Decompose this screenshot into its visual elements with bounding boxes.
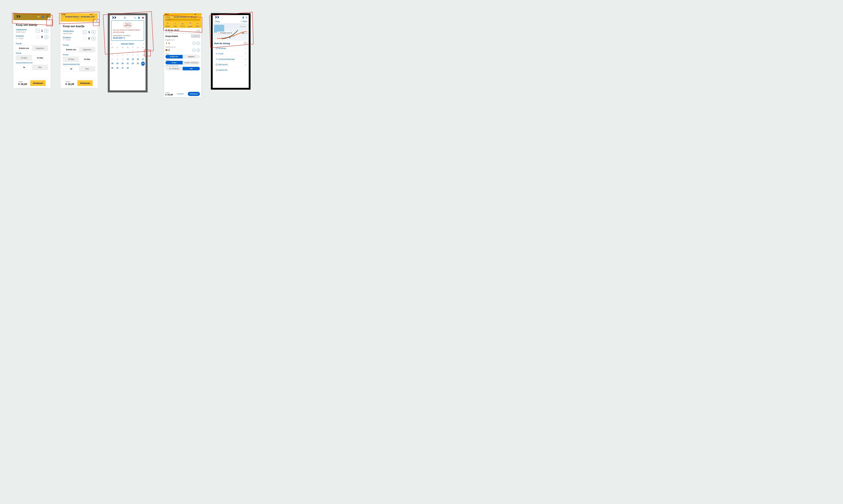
cal-day[interactable]: 22 bbox=[130, 61, 135, 66]
seg-2e-klas[interactable]: 2e klas bbox=[16, 55, 32, 60]
seg-dal-nee[interactable]: Nee bbox=[79, 66, 95, 71]
close-button[interactable]: ✕ bbox=[47, 18, 51, 22]
cal-month[interactable]: februari 2019 bbox=[121, 43, 134, 45]
cal-day[interactable]: 23 bbox=[136, 61, 141, 66]
seg-dagretour[interactable]: Dagretour bbox=[32, 46, 48, 51]
share-item-kopieer-link[interactable]: 📋Kopieer link bbox=[214, 68, 247, 72]
share-button[interactable]: ⇪ Delen bbox=[241, 21, 247, 23]
afrekenen-button[interactable]: Afrekenen bbox=[30, 80, 46, 86]
kids-plus-button[interactable]: + bbox=[92, 37, 95, 40]
cancel-link-2[interactable]: Annuleren bbox=[177, 93, 184, 95]
action-agenda[interactable]: 📅Agenda bbox=[186, 21, 194, 28]
edit-icon[interactable]: ✎ bbox=[123, 37, 125, 39]
cal-day[interactable]: 24 bbox=[141, 61, 145, 66]
adults-plus-button[interactable]: + bbox=[44, 29, 48, 33]
seg-dal-nee[interactable]: Nee bbox=[32, 65, 48, 70]
kaartje-segment[interactable]: Enkele reis Dagretour bbox=[63, 47, 95, 52]
cal-day[interactable]: 28 bbox=[125, 66, 130, 70]
header-route: ‹ Terug Utrecht Centraal naar Nijmegen bbox=[164, 15, 201, 18]
seg-dagretour[interactable]: Dagretour bbox=[183, 55, 200, 58]
trip-slice[interactable]: ⏱ 09:24 - 10:17 Di 4 februari ⇄ 0x ⏲ 0:5… bbox=[164, 28, 201, 34]
cancel-link[interactable]: Annuleren bbox=[191, 35, 200, 37]
seg-1e-klas[interactable]: 1e klas + € 9,45 p.p. bbox=[183, 61, 200, 65]
seg-2e-klas[interactable]: 2e klas bbox=[165, 61, 183, 65]
seg-enkele-reis[interactable]: Enkele reis bbox=[63, 47, 79, 52]
menu-icon[interactable]: ☰ bbox=[46, 15, 49, 18]
seg-dal-ja[interactable]: Ja bbox=[63, 66, 79, 71]
adults-minus-button[interactable]: − bbox=[36, 29, 39, 33]
kies-photo-badge[interactable]: Kies of maak foto bbox=[123, 22, 132, 28]
action-ns lab[interactable]: ⇄NS Lab bbox=[179, 21, 186, 28]
cal-day[interactable]: 20 bbox=[120, 61, 125, 66]
profile-icon[interactable]: 👤 bbox=[242, 16, 244, 18]
dal-label: Samenreisticket Dal bbox=[63, 63, 95, 65]
share-item-facebook-messenger[interactable]: 🗨Facebook Messenger› bbox=[214, 57, 247, 61]
cal-day[interactable]: 14 bbox=[125, 57, 130, 61]
dal-segment[interactable]: Ja Nee bbox=[63, 66, 95, 71]
seg-dagretour[interactable]: Dagretour bbox=[79, 47, 95, 52]
cal-next-button[interactable]: › bbox=[143, 42, 144, 45]
kids-plus-button[interactable]: + bbox=[44, 35, 48, 39]
action-opslaan[interactable]: ⏱Opslaan bbox=[164, 21, 172, 28]
adults-minus-button[interactable]: − bbox=[83, 30, 87, 34]
dal-segment[interactable]: Ja - € 6,00 p.p. Nee bbox=[165, 67, 200, 70]
cal-day[interactable]: 21 bbox=[125, 61, 130, 66]
cal-day[interactable]: 27 bbox=[120, 66, 125, 70]
profile-icon[interactable]: 👤 bbox=[138, 17, 140, 19]
map-label-hilversum: Hilversum bbox=[240, 26, 246, 27]
seg-1e-klas[interactable]: 1e klas bbox=[79, 57, 95, 62]
afrekenen-button[interactable]: Afrekenen bbox=[188, 92, 200, 96]
adults-plus-button[interactable]: + bbox=[92, 30, 95, 34]
cal-day[interactable]: 26 bbox=[115, 66, 120, 70]
chevron-right-icon: › bbox=[245, 47, 246, 49]
flag-uk-icon[interactable]: 🇬🇧 bbox=[142, 17, 144, 19]
kids-stepper: − 0 + bbox=[36, 35, 48, 39]
cal-day[interactable]: 25 bbox=[110, 66, 115, 70]
kinderen-minus-button[interactable]: − bbox=[192, 49, 196, 52]
map[interactable]: Hilversum Amersfoort C Bilthoven ▲ Vertr… bbox=[213, 23, 249, 41]
back-button[interactable]: ‹ Terug bbox=[165, 16, 170, 18]
klasse-segment[interactable]: 2e klas 1e klas + € 9,45 p.p. bbox=[165, 61, 200, 65]
share-item-e-mail[interactable]: ✉︎E-mail› bbox=[214, 52, 247, 56]
cal-prev-button[interactable]: ‹ bbox=[111, 42, 112, 45]
bell-icon[interactable]: 🔔3 bbox=[37, 15, 40, 18]
share-item-sms-bericht[interactable]: 💬SMS bericht› bbox=[214, 62, 247, 67]
search-icon[interactable]: 🔍 bbox=[134, 17, 136, 19]
seg-dal-nee[interactable]: Nee bbox=[183, 67, 200, 70]
cal-day[interactable]: 16 bbox=[136, 57, 141, 61]
regulier-minus-button[interactable]: − bbox=[192, 42, 196, 45]
seg-enkele-reis[interactable]: Enkele reis bbox=[16, 46, 32, 51]
dal-segment[interactable]: Ja Nee bbox=[16, 65, 48, 70]
kinderen-plus-button[interactable]: + bbox=[197, 49, 200, 52]
share-item-whatsapp[interactable]: 💬Whatsapp› bbox=[214, 46, 247, 51]
back-icon[interactable]: ‹ bbox=[62, 16, 63, 18]
klasse-segment[interactable]: 2e klas 1e klas bbox=[16, 55, 48, 60]
action-minder[interactable]: ≡Minder bbox=[194, 21, 201, 28]
seg-dal-ja[interactable]: Ja - € 6,00 p.p. bbox=[165, 67, 183, 70]
close-button[interactable]: ✕ bbox=[244, 42, 247, 45]
regulier-plus-button[interactable]: + bbox=[197, 42, 200, 45]
back-button[interactable]: ‹ Terug bbox=[214, 21, 219, 23]
seg-dal-ja[interactable]: Ja bbox=[16, 65, 32, 70]
cal-day: 3 bbox=[141, 49, 145, 53]
klasse-segment[interactable]: 2e klas 1e klas bbox=[63, 57, 95, 62]
cal-day: 4 bbox=[110, 53, 115, 57]
menu-icon[interactable]: ☰ bbox=[246, 16, 247, 18]
ticket-segment[interactable]: Enkele reis Dagretour bbox=[165, 55, 200, 58]
afrekenen-button[interactable]: Afrekenen bbox=[77, 80, 93, 86]
ingang-date[interactable]: 24-02-2019 ✎ bbox=[113, 37, 142, 39]
cal-day[interactable]: 19 bbox=[115, 61, 120, 66]
cal-day[interactable]: 18 bbox=[110, 61, 115, 66]
seg-2e-klas[interactable]: 2e klas bbox=[63, 57, 79, 62]
search-field[interactable]: 🔍 Zoek bbox=[165, 19, 200, 21]
cal-day[interactable]: 17 bbox=[141, 57, 145, 61]
share-item-icon: 📋 bbox=[216, 69, 217, 71]
cal-day[interactable]: 15 bbox=[130, 57, 135, 61]
profile-icon[interactable]: 👤 bbox=[41, 15, 44, 18]
action-delen[interactable]: ⇪Delen bbox=[172, 21, 179, 28]
close-button[interactable]: ✕ bbox=[94, 19, 98, 23]
seg-1e-klas[interactable]: 1e klas bbox=[32, 55, 48, 60]
seg-enkele-reis[interactable]: Enkele reis bbox=[165, 55, 183, 58]
kaartje-segment[interactable]: Enkele reis Dagretour bbox=[16, 46, 48, 51]
menu-icon[interactable]: ☰ bbox=[124, 17, 126, 19]
